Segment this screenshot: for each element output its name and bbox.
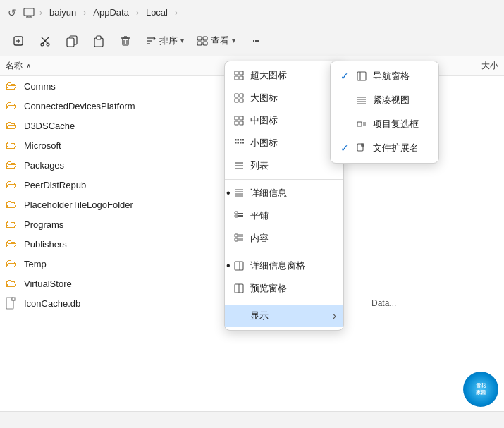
- submenu-nav-pane-label: 导航窗格: [373, 70, 430, 82]
- context-menu: 超大图标 大图标 中图标 小图标 列表: [224, 61, 344, 331]
- menu-item-tiles[interactable]: 平铺: [225, 204, 343, 227]
- menu-preview-pane-label: 预览窗格: [250, 282, 335, 295]
- menu-item-small[interactable]: 小图标: [225, 132, 343, 154]
- item-check-check: ✓: [339, 118, 350, 130]
- medium-icon: [233, 115, 245, 126]
- item-check-icon: [356, 118, 367, 130]
- svg-rect-71: [357, 72, 366, 80]
- compact-view-check: ✓: [339, 94, 350, 106]
- menu-details-pane-label: 详细信息窗格: [250, 259, 335, 272]
- nav-pane-icon: [356, 71, 367, 82]
- svg-rect-30: [235, 76, 238, 80]
- context-menu-overlay: 超大图标 大图标 中图标 小图标 列表: [0, 0, 504, 428]
- submenu-item-check-label: 项目复选框: [373, 118, 430, 130]
- menu-medium-label: 中图标: [250, 114, 335, 127]
- menu-item-large[interactable]: 大图标: [225, 87, 343, 109]
- svg-rect-47: [242, 142, 245, 144]
- svg-rect-28: [235, 71, 238, 75]
- menu-item-medium[interactable]: 中图标: [225, 109, 343, 132]
- menu-small-label: 小图标: [250, 137, 335, 149]
- show-icon: [233, 310, 245, 322]
- menu-item-content[interactable]: 内容: [225, 227, 343, 250]
- menu-details-label: 详细信息: [250, 187, 335, 200]
- submenu-item-item-check[interactable]: ✓ 项目复选框: [331, 112, 438, 136]
- large-icon: [233, 92, 245, 104]
- svg-rect-40: [235, 139, 237, 141]
- submenu-compact-view-label: 紧凑视图: [373, 94, 430, 106]
- svg-rect-44: [235, 142, 237, 144]
- menu-large-label: 大图标: [250, 92, 335, 104]
- svg-rect-55: [235, 212, 238, 214]
- menu-content-label: 内容: [250, 232, 335, 245]
- svg-rect-45: [238, 142, 240, 144]
- svg-rect-81: [357, 144, 363, 151]
- details-pane-icon: [233, 260, 245, 271]
- list-icon: [233, 160, 245, 171]
- separator-1: [225, 179, 343, 180]
- separator-3: [225, 302, 343, 302]
- compact-view-icon: [356, 94, 367, 106]
- svg-rect-61: [235, 234, 238, 237]
- svg-rect-37: [240, 116, 243, 120]
- svg-rect-29: [240, 71, 243, 75]
- submenu-file-ext-label: 文件扩展名: [373, 142, 430, 154]
- menu-item-preview-pane[interactable]: 预览窗格: [225, 277, 343, 300]
- svg-rect-46: [240, 142, 242, 144]
- menu-list-label: 列表: [250, 159, 335, 172]
- tiles-icon: [233, 210, 245, 221]
- svg-rect-38: [235, 121, 238, 125]
- menu-item-list[interactable]: 列表: [225, 154, 343, 177]
- svg-rect-43: [242, 139, 245, 141]
- preview-pane-icon: [233, 283, 245, 294]
- svg-rect-67: [235, 262, 243, 270]
- menu-item-details-pane[interactable]: 详细信息窗格: [225, 255, 343, 277]
- submenu-item-file-ext[interactable]: ✓ 文件扩展名: [331, 136, 438, 160]
- svg-rect-42: [240, 139, 242, 141]
- menu-extra-large-label: 超大图标: [250, 69, 335, 82]
- content-icon: [233, 233, 245, 244]
- svg-rect-31: [240, 76, 243, 80]
- svg-rect-34: [235, 99, 238, 102]
- menu-item-extra-large[interactable]: 超大图标: [225, 64, 343, 87]
- nav-pane-check: ✓: [339, 71, 350, 82]
- submenu-item-compact-view[interactable]: ✓ 紧凑视图: [331, 88, 438, 112]
- menu-show-label: 显示: [250, 310, 335, 322]
- svg-rect-33: [240, 94, 243, 97]
- file-ext-icon: [356, 142, 367, 154]
- svg-rect-32: [235, 94, 238, 97]
- svg-rect-77: [357, 122, 362, 126]
- extra-large-icon: [233, 70, 245, 81]
- svg-rect-39: [240, 121, 243, 125]
- svg-rect-35: [240, 99, 243, 102]
- svg-rect-36: [235, 116, 238, 120]
- submenu: ✓ 导航窗格 ✓ 紧凑视图 ✓ 项目复选框 ✓: [330, 61, 439, 164]
- svg-rect-64: [235, 238, 238, 241]
- submenu-item-nav-pane[interactable]: ✓ 导航窗格: [331, 64, 438, 88]
- details-icon: [233, 188, 245, 199]
- menu-item-details[interactable]: 详细信息: [225, 182, 343, 204]
- menu-tiles-label: 平铺: [250, 209, 335, 222]
- svg-rect-41: [238, 139, 240, 141]
- small-icon: [233, 137, 245, 149]
- menu-item-show[interactable]: 显示: [225, 305, 343, 327]
- file-ext-check: ✓: [339, 142, 350, 154]
- separator-2: [225, 252, 343, 252]
- svg-rect-58: [235, 215, 238, 217]
